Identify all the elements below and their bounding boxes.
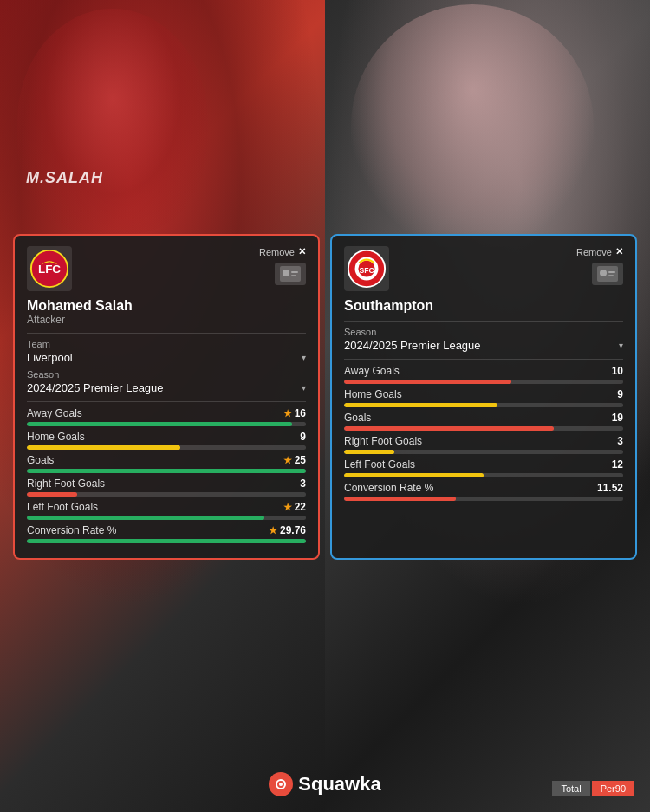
- stat-name: Right Foot Goals: [344, 435, 422, 447]
- id-card-icon[interactable]: [275, 263, 306, 285]
- bar-track: [27, 539, 306, 543]
- svg-point-3: [283, 270, 289, 276]
- divider-1: [27, 333, 306, 334]
- team-card-header: SFC Remove ✕: [344, 246, 623, 291]
- svg-rect-5: [291, 275, 296, 276]
- stat-name: Home Goals: [27, 431, 85, 443]
- season-dropdown-arrow[interactable]: ▾: [302, 383, 306, 393]
- stat-row: Conversion Rate % ★ 29.76: [27, 524, 306, 543]
- stat-value: 12: [612, 458, 623, 471]
- team-id-icon[interactable]: [592, 263, 623, 285]
- stat-name: Away Goals: [344, 365, 400, 377]
- bar-track: [344, 403, 623, 407]
- bar-fill: [27, 422, 292, 426]
- bar-fill: [27, 492, 77, 497]
- team-dropdown-arrow[interactable]: ▾: [302, 353, 306, 362]
- stat-header: Right Foot Goals 3: [27, 477, 306, 490]
- player-name: Mohamed Salah: [27, 298, 306, 314]
- southampton-logo-svg: SFC: [346, 248, 387, 289]
- star-icon: ★: [283, 502, 292, 513]
- squawka-name: Squawka: [298, 773, 380, 796]
- total-toggle-button[interactable]: Total: [552, 781, 589, 796]
- id-icon-svg: [280, 266, 301, 282]
- svg-rect-12: [608, 271, 615, 273]
- bar-track: [27, 445, 306, 450]
- per90-toggle-button[interactable]: Per90: [592, 781, 634, 796]
- team-season-label: Season: [344, 327, 623, 337]
- stat-value: 10: [612, 365, 623, 377]
- stat-value: ★ 25: [283, 454, 306, 466]
- bar-track: [27, 469, 306, 473]
- player-role: Attacker: [27, 314, 306, 326]
- stat-row: Right Foot Goals 3: [27, 477, 306, 497]
- stat-row: Home Goals 9: [344, 388, 623, 407]
- team-divider-2: [344, 359, 623, 360]
- squawka-icon: [269, 772, 293, 796]
- stat-name: Goals: [27, 454, 54, 466]
- team-season-value-row: 2024/2025 Premier League ▾: [344, 339, 623, 352]
- stat-value: 11.52: [597, 482, 623, 494]
- bar-track: [27, 492, 306, 497]
- main-content: LFC Remove ✕: [0, 0, 650, 812]
- squawka-logo-svg: [272, 776, 289, 793]
- team-value-row: Liverpool ▾: [27, 351, 306, 364]
- stat-value: 3: [300, 477, 306, 490]
- bar-track: [344, 473, 623, 477]
- star-icon: ★: [283, 455, 292, 466]
- bottom-section: Squawka: [13, 763, 637, 803]
- stat-row: Right Foot Goals 3: [344, 435, 623, 454]
- stat-header: Goals 19: [344, 412, 623, 424]
- stat-name: Right Foot Goals: [27, 477, 105, 490]
- svg-point-11: [600, 270, 607, 276]
- team-divider-1: [344, 321, 623, 322]
- stat-value: 3: [617, 435, 623, 447]
- team-season-dropdown-arrow[interactable]: ▾: [619, 341, 623, 350]
- stat-row: Left Foot Goals 12: [344, 458, 623, 477]
- stat-header: Left Foot Goals ★ 22: [27, 501, 306, 513]
- bar-fill: [27, 516, 264, 520]
- stat-value: 9: [300, 431, 306, 443]
- bar-track: [344, 450, 623, 454]
- cards-row: LFC Remove ✕: [13, 234, 637, 560]
- stat-value: ★ 22: [283, 501, 306, 513]
- card-header-right: Remove ✕: [259, 246, 306, 285]
- divider-2: [27, 401, 306, 402]
- stat-name: Left Foot Goals: [344, 458, 415, 471]
- bar-fill: [27, 469, 306, 473]
- stat-row: Left Foot Goals ★ 22: [27, 501, 306, 520]
- bar-fill: [344, 473, 484, 477]
- team-logo: LFC: [27, 246, 72, 291]
- stat-name: Home Goals: [344, 388, 402, 400]
- bar-fill: [344, 426, 554, 431]
- player-stats: Away Goals ★ 16 Home Goals 9: [27, 407, 306, 543]
- toggle-buttons: Total Per90: [552, 781, 634, 796]
- remove-button[interactable]: Remove ✕: [259, 246, 306, 257]
- bar-track: [27, 516, 306, 520]
- team-id-icon-svg: [597, 266, 618, 282]
- star-icon: ★: [269, 525, 277, 536]
- svg-text:SFC: SFC: [359, 266, 374, 275]
- stat-header: Home Goals 9: [344, 388, 623, 400]
- season-label: Season: [27, 369, 306, 380]
- stat-header: Away Goals 10: [344, 365, 623, 377]
- stat-value: ★ 16: [283, 407, 306, 419]
- stat-header: Away Goals ★ 16: [27, 407, 306, 419]
- bar-fill: [344, 380, 511, 384]
- team-close-icon[interactable]: ✕: [615, 246, 623, 257]
- bar-track: [344, 426, 623, 431]
- team-name: Southampton: [344, 298, 623, 314]
- stat-row: Conversion Rate % 11.52: [344, 482, 623, 501]
- stat-header: Right Foot Goals 3: [344, 435, 623, 447]
- bar-fill: [344, 403, 497, 407]
- squawka-logo: Squawka: [269, 772, 380, 796]
- team-card: SFC Remove ✕: [330, 234, 637, 560]
- team-remove-button[interactable]: Remove ✕: [576, 246, 623, 257]
- player-card: LFC Remove ✕: [13, 234, 320, 560]
- bar-fill: [344, 450, 394, 454]
- stat-value: 19: [612, 412, 623, 424]
- stat-header: Conversion Rate % 11.52: [344, 482, 623, 494]
- close-icon[interactable]: ✕: [298, 246, 306, 257]
- svg-rect-13: [608, 275, 614, 276]
- card-header: LFC Remove ✕: [27, 246, 306, 291]
- remove-label: Remove: [259, 247, 295, 257]
